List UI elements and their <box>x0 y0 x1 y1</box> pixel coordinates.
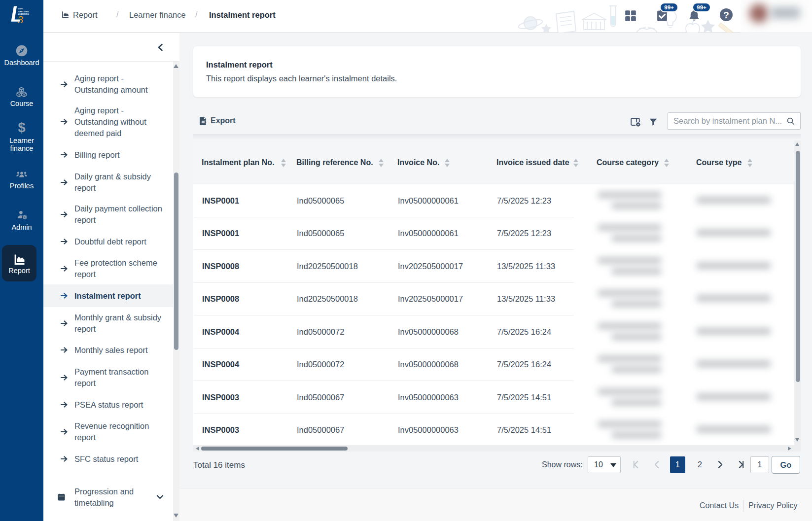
svg-text:LIVE: LIVE <box>18 7 23 10</box>
svg-text:LIFELONG: LIFELONG <box>18 10 29 13</box>
svg-text:?: ? <box>723 10 729 20</box>
svg-text:3: 3 <box>18 13 24 26</box>
